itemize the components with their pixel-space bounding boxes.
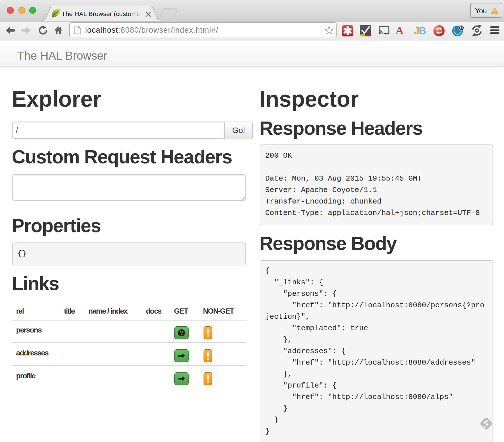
svg-text:A: A [396, 25, 404, 36]
svg-text:?: ? [180, 330, 183, 336]
svg-text:B: B [419, 25, 426, 36]
